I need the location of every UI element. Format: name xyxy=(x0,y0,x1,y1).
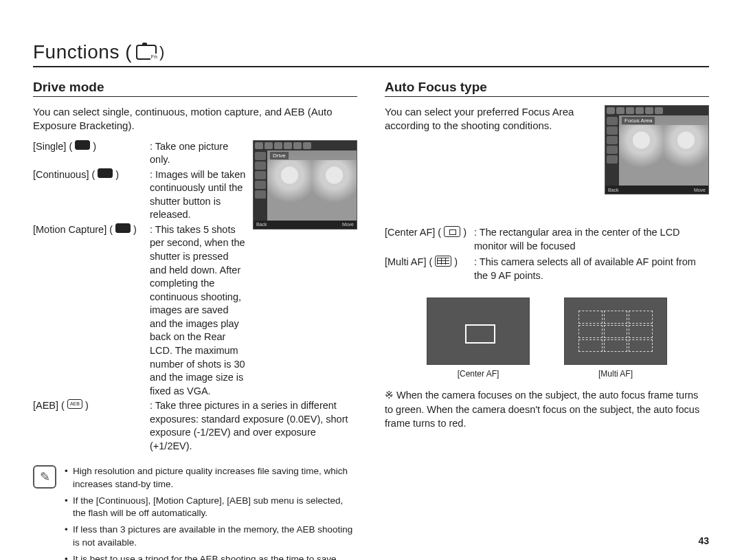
af-row-multi: [Multi AF] () : This camera selects all … xyxy=(385,256,709,282)
mode-label: [Single] xyxy=(33,140,66,154)
center-af-diagram: [Center AF] xyxy=(427,298,530,379)
mode-desc: Take three pictures in a series in diffe… xyxy=(150,400,348,451)
af-desc: The rectangular area in the center of th… xyxy=(474,227,680,251)
mode-row-single: [Single] () : Take one picture only. xyxy=(33,140,246,167)
mode-label: [AEB] xyxy=(33,399,58,413)
af-desc: This camera selects all of available AF … xyxy=(474,256,696,281)
drive-mode-heading: Drive mode xyxy=(33,80,357,97)
multi-af-icon xyxy=(435,256,451,267)
diagram-caption: [Center AF] xyxy=(427,369,530,379)
drive-mode-intro: You can select single, continuous, motio… xyxy=(33,105,357,133)
mode-row-aeb: [AEB] (AEB) : Take three pictures in a s… xyxy=(33,399,357,453)
note-item: It is best to use a tripod for the AEB s… xyxy=(65,553,357,560)
mode-row-continuous: [Continuous] () : Images will be taken c… xyxy=(33,168,246,222)
page-title-row: Functions ( ) xyxy=(33,41,709,67)
single-mode-icon xyxy=(75,140,90,150)
drive-mode-thumbnail: Drive Back Move xyxy=(253,140,357,229)
auto-focus-heading: Auto Focus type xyxy=(385,80,709,97)
aeb-mode-icon: AEB xyxy=(67,399,82,409)
thumb-back-label: Back xyxy=(256,222,267,227)
thumb-move-label: Move xyxy=(342,222,354,227)
center-af-icon xyxy=(444,226,460,237)
note-box: ✎ High resolution and picture quality in… xyxy=(33,465,357,560)
mode-desc: Take one picture only. xyxy=(150,141,228,166)
af-label: [Multi AF] xyxy=(385,256,426,269)
mode-label: [Motion Capture] xyxy=(33,223,106,237)
page-number: 43 xyxy=(698,535,709,546)
note-item: If less than 3 pictures are available in… xyxy=(65,524,357,548)
multi-af-diagram: [Multi AF] xyxy=(564,298,667,379)
focus-frame-note: ※ When the camera focuses on the subject… xyxy=(385,388,709,430)
diagram-caption: [Multi AF] xyxy=(564,369,667,379)
page-title-suffix: ) xyxy=(159,43,165,61)
motion-capture-icon xyxy=(115,223,131,233)
thumb-label: Drive xyxy=(270,152,289,159)
mode-desc: Images will be taken continuously until … xyxy=(150,169,245,221)
left-column: Drive mode You can select single, contin… xyxy=(33,80,357,560)
af-label: [Center AF] xyxy=(385,226,435,240)
continuous-mode-icon xyxy=(98,168,113,178)
thumb-label: Focus Area xyxy=(622,117,655,124)
note-icon: ✎ xyxy=(33,465,56,489)
thumb-back-label: Back xyxy=(608,188,619,192)
right-column: Auto Focus type Focus Area Back Move You… xyxy=(385,80,709,560)
af-row-center: [Center AF] () : The rectangular area in… xyxy=(385,226,709,253)
mode-desc: This takes 5 shots per second, when the … xyxy=(150,224,245,396)
note-item: High resolution and picture quality incr… xyxy=(65,465,357,490)
auto-focus-thumbnail: Focus Area Back Move xyxy=(605,105,709,194)
mode-row-motion: [Motion Capture] () : This takes 5 shots… xyxy=(33,223,246,398)
note-item: If the [Continuous], [Motion Capture], [… xyxy=(65,495,357,519)
thumb-move-label: Move xyxy=(694,188,706,192)
page-title-prefix: Functions ( xyxy=(33,41,132,63)
camera-fn-icon xyxy=(136,45,157,60)
mode-label: [Continuous] xyxy=(33,168,89,182)
